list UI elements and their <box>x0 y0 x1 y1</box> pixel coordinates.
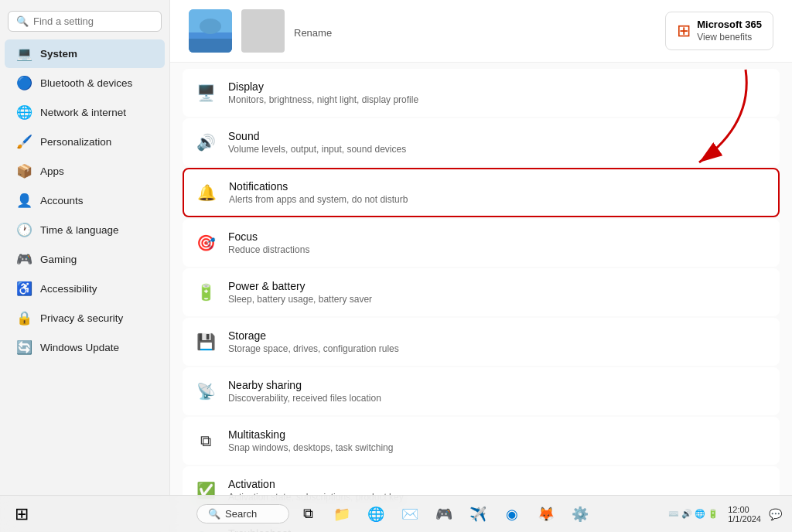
power-icon: 🔋 <box>196 283 216 302</box>
settings-item-sound[interactable]: 🔊 Sound Volume levels, output, input, so… <box>183 118 780 166</box>
network-label: Network & internet <box>40 107 126 118</box>
time-label: Time & language <box>40 224 119 236</box>
network-icon: 🌐 <box>15 104 32 121</box>
gaming-icon: 🎮 <box>15 251 32 268</box>
sidebar-item-personalization[interactable]: 🖌️ Personalization <box>5 128 165 156</box>
profile-right: ⊞ Microsoft 365 View benefits <box>665 12 773 50</box>
telegram-button[interactable]: ✈️ <box>463 499 493 530</box>
edge2-button[interactable]: ◉ <box>497 499 527 530</box>
accounts-icon: 👤 <box>15 193 32 209</box>
content-wrapper: Rename ⊞ Microsoft 365 View benefits 🖥️ … <box>170 0 792 532</box>
gaming-label: Gaming <box>40 254 77 265</box>
ms365-sub: View benefits <box>697 32 762 44</box>
settings-item-power[interactable]: 🔋 Power & battery Sleep, battery usage, … <box>183 268 780 316</box>
apps-label: Apps <box>40 165 64 177</box>
multitasking-title: Multitasking <box>228 428 393 441</box>
settings-item-display[interactable]: 🖥️ Display Monitors, brightness, night l… <box>183 69 780 117</box>
notifications-sub: Alerts from apps and system, do not dist… <box>229 194 408 205</box>
settings-item-multitasking[interactable]: ⧉ Multitasking Snap windows, desktops, t… <box>183 417 780 465</box>
sidebar-item-network[interactable]: 🌐 Network & internet <box>5 98 165 127</box>
focus-sub: Reduce distractions <box>228 244 309 255</box>
nearby-sub: Discoverability, received files location <box>228 393 381 404</box>
firefox-button[interactable]: 🦊 <box>531 499 562 530</box>
profile-bar: Rename ⊞ Microsoft 365 View benefits <box>170 0 792 63</box>
sidebar-item-privacy[interactable]: 🔒 Privacy & security <box>5 304 165 332</box>
svg-rect-4 <box>189 39 232 53</box>
ms365-icon: ⊞ <box>677 21 691 41</box>
avatar-image <box>189 9 232 53</box>
taskbar-right: ⌨️ 🔊 🌐 🔋 12:001/1/2024 💬 <box>668 503 786 525</box>
sidebar: 🔍 💻 System 🔵 Bluetooth & devices 🌐 Netwo… <box>0 0 170 532</box>
focus-icon: 🎯 <box>196 234 216 252</box>
sidebar-item-bluetooth[interactable]: 🔵 Bluetooth & devices <box>5 69 165 97</box>
settings-taskbar-button[interactable]: ⚙️ <box>565 499 596 530</box>
rename-label[interactable]: Rename <box>294 27 332 39</box>
sidebar-item-accessibility[interactable]: ♿ Accessibility <box>5 275 165 303</box>
multitasking-sub: Snap windows, desktops, task switching <box>228 442 393 453</box>
taskbar-center: 🔍 Search ⧉ 📁 🌐 ✉️ 🎮 ✈️ ◉ 🦊 ⚙️ <box>196 499 596 530</box>
ms365-title: Microsoft 365 <box>697 19 762 32</box>
personalization-label: Personalization <box>40 136 111 148</box>
power-title: Power & battery <box>228 280 372 292</box>
taskbar-search-label: Search <box>225 508 257 520</box>
activation-title: Activation <box>228 478 404 490</box>
taskbar-left: ⊞ <box>6 499 37 530</box>
xbox-button[interactable]: 🎮 <box>428 499 459 530</box>
privacy-icon: 🔒 <box>15 310 32 326</box>
settings-item-nearby[interactable]: 📡 Nearby sharing Discoverability, receiv… <box>183 367 780 415</box>
sound-icon: 🔊 <box>196 133 216 152</box>
storage-icon: 💾 <box>196 332 216 351</box>
display-icon: 🖥️ <box>196 84 216 102</box>
taskbar: ⊞ 🔍 Search ⧉ 📁 🌐 ✉️ 🎮 ✈️ ◉ 🦊 ⚙️ ⌨️ 🔊 🌐 🔋… <box>0 495 792 532</box>
ms365-button[interactable]: ⊞ Microsoft 365 View benefits <box>665 12 773 50</box>
system-label: System <box>40 48 77 60</box>
windows-start-button[interactable]: ⊞ <box>6 499 37 530</box>
sidebar-item-update[interactable]: 🔄 Windows Update <box>5 333 165 362</box>
file-explorer-button[interactable]: 📁 <box>326 499 357 530</box>
accessibility-icon: ♿ <box>15 281 32 297</box>
sidebar-item-system[interactable]: 💻 System <box>5 39 165 68</box>
profile-left: Rename <box>189 9 332 53</box>
sidebar-item-time[interactable]: 🕐 Time & language <box>5 216 165 244</box>
taskbar-search[interactable]: 🔍 Search <box>196 504 289 523</box>
display-title: Display <box>228 80 418 93</box>
system-tray: ⌨️ 🔊 🌐 🔋 <box>668 509 719 519</box>
avatar-placeholder <box>241 9 285 53</box>
privacy-label: Privacy & security <box>40 312 123 324</box>
update-label: Windows Update <box>40 342 119 353</box>
task-view-button[interactable]: ⧉ <box>292 499 323 530</box>
nav-list: 💻 System 🔵 Bluetooth & devices 🌐 Network… <box>0 39 169 362</box>
personalization-icon: 🖌️ <box>15 134 32 150</box>
notification-center-button[interactable]: 💬 <box>764 503 786 525</box>
power-sub: Sleep, battery usage, battery saver <box>228 294 372 305</box>
content-area: 🖥️ Display Monitors, brightness, night l… <box>170 63 792 532</box>
apps-icon: 📦 <box>15 163 32 179</box>
sidebar-item-apps[interactable]: 📦 Apps <box>5 157 165 186</box>
nearby-icon: 📡 <box>196 382 216 401</box>
bluetooth-icon: 🔵 <box>15 75 32 91</box>
edge-button[interactable]: 🌐 <box>360 499 391 530</box>
sound-title: Sound <box>228 130 406 142</box>
accessibility-label: Accessibility <box>40 283 97 295</box>
search-input[interactable] <box>33 15 153 27</box>
svg-point-3 <box>200 19 221 34</box>
settings-item-focus[interactable]: 🎯 Focus Reduce distractions <box>183 219 780 267</box>
accounts-label: Accounts <box>40 195 84 206</box>
system-icon: 💻 <box>15 46 32 62</box>
mail-button[interactable]: ✉️ <box>394 499 425 530</box>
nearby-title: Nearby sharing <box>228 379 381 391</box>
clock: 12:001/1/2024 <box>728 505 761 523</box>
sidebar-item-gaming[interactable]: 🎮 Gaming <box>5 245 165 274</box>
storage-sub: Storage space, drives, configuration rul… <box>228 343 399 354</box>
time-icon: 🕐 <box>15 222 32 238</box>
settings-list: 🖥️ Display Monitors, brightness, night l… <box>170 63 792 532</box>
search-icon: 🔍 <box>16 15 29 27</box>
sidebar-search-box[interactable]: 🔍 <box>8 11 162 32</box>
taskbar-search-icon: 🔍 <box>208 508 220 520</box>
update-icon: 🔄 <box>15 339 32 356</box>
settings-item-notifications[interactable]: 🔔 Notifications Alerts from apps and sys… <box>183 168 780 217</box>
sidebar-item-accounts[interactable]: 👤 Accounts <box>5 186 165 215</box>
multitasking-icon: ⧉ <box>196 432 216 450</box>
settings-item-storage[interactable]: 💾 Storage Storage space, drives, configu… <box>183 318 780 366</box>
display-sub: Monitors, brightness, night light, displ… <box>228 94 418 105</box>
